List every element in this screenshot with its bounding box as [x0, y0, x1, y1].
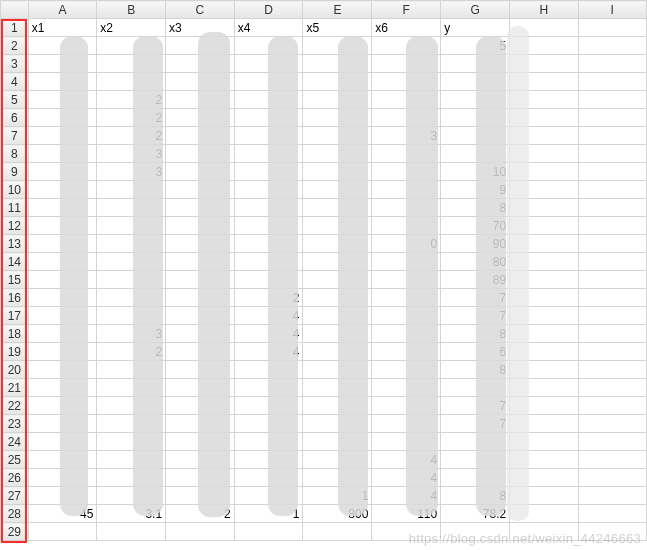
cell-D20[interactable]	[234, 361, 303, 379]
cell-I6[interactable]	[578, 109, 646, 127]
cell-C26[interactable]	[166, 469, 235, 487]
col-header-H[interactable]: H	[510, 1, 578, 19]
cell-A10[interactable]	[28, 181, 97, 199]
cell-B2[interactable]	[97, 37, 166, 55]
cell-B18[interactable]: 3	[97, 325, 166, 343]
cell-I29[interactable]	[578, 523, 646, 541]
cell-C14[interactable]	[166, 253, 235, 271]
cell-D6[interactable]	[234, 109, 303, 127]
cell-G19[interactable]: 6	[441, 343, 510, 361]
row-header-25[interactable]: 25	[1, 451, 29, 469]
row-header-15[interactable]: 15	[1, 271, 29, 289]
cell-F25[interactable]: 4	[372, 451, 441, 469]
select-all-corner[interactable]	[1, 1, 29, 19]
cell-I5[interactable]	[578, 91, 646, 109]
row-header-17[interactable]: 17	[1, 307, 29, 325]
row-header-16[interactable]: 16	[1, 289, 29, 307]
cell-B14[interactable]	[97, 253, 166, 271]
row-header-21[interactable]: 21	[1, 379, 29, 397]
cell-C3[interactable]	[166, 55, 235, 73]
cell-G9[interactable]: 10	[441, 163, 510, 181]
cell-C12[interactable]	[166, 217, 235, 235]
cell-A11[interactable]	[28, 199, 97, 217]
cell-E14[interactable]	[303, 253, 372, 271]
cell-G23[interactable]: 7	[441, 415, 510, 433]
row-header-3[interactable]: 3	[1, 55, 29, 73]
cell-B5[interactable]: 2	[97, 91, 166, 109]
cell-I25[interactable]	[578, 451, 646, 469]
cell-G6[interactable]	[441, 109, 510, 127]
cell-F23[interactable]	[372, 415, 441, 433]
row-header-18[interactable]: 18	[1, 325, 29, 343]
row-header-4[interactable]: 4	[1, 73, 29, 91]
cell-B10[interactable]	[97, 181, 166, 199]
cell-G20[interactable]: 8	[441, 361, 510, 379]
cell-I20[interactable]	[578, 361, 646, 379]
cell-D13[interactable]	[234, 235, 303, 253]
cell-D8[interactable]	[234, 145, 303, 163]
cell-E6[interactable]	[303, 109, 372, 127]
cell-A1[interactable]: x1	[28, 19, 97, 37]
cell-I17[interactable]	[578, 307, 646, 325]
cell-B19[interactable]: 2	[97, 343, 166, 361]
cell-B3[interactable]	[97, 55, 166, 73]
cell-D29[interactable]	[234, 523, 303, 541]
cell-E23[interactable]	[303, 415, 372, 433]
cell-A9[interactable]	[28, 163, 97, 181]
cell-F1[interactable]: x6	[372, 19, 441, 37]
cell-D21[interactable]	[234, 379, 303, 397]
cell-C5[interactable]	[166, 91, 235, 109]
row-header-26[interactable]: 26	[1, 469, 29, 487]
cell-C28[interactable]: 2	[166, 505, 235, 523]
row-header-2[interactable]: 2	[1, 37, 29, 55]
cell-G24[interactable]	[441, 433, 510, 451]
cell-F28[interactable]: 110	[372, 505, 441, 523]
row-header-23[interactable]: 23	[1, 415, 29, 433]
cell-A16[interactable]	[28, 289, 97, 307]
cell-E18[interactable]	[303, 325, 372, 343]
cell-B28[interactable]: 3.1	[97, 505, 166, 523]
cell-E13[interactable]	[303, 235, 372, 253]
cell-F18[interactable]	[372, 325, 441, 343]
cell-A29[interactable]	[28, 523, 97, 541]
row-header-14[interactable]: 14	[1, 253, 29, 271]
cell-D1[interactable]: x4	[234, 19, 303, 37]
cell-D12[interactable]	[234, 217, 303, 235]
cell-F9[interactable]	[372, 163, 441, 181]
cell-E16[interactable]	[303, 289, 372, 307]
cell-E8[interactable]	[303, 145, 372, 163]
cell-G12[interactable]: 70	[441, 217, 510, 235]
cell-C18[interactable]	[166, 325, 235, 343]
row-header-29[interactable]: 29	[1, 523, 29, 541]
row-header-9[interactable]: 9	[1, 163, 29, 181]
cell-I9[interactable]	[578, 163, 646, 181]
cell-E24[interactable]	[303, 433, 372, 451]
cell-C11[interactable]	[166, 199, 235, 217]
row-header-13[interactable]: 13	[1, 235, 29, 253]
cell-B27[interactable]	[97, 487, 166, 505]
cell-D25[interactable]	[234, 451, 303, 469]
cell-I12[interactable]	[578, 217, 646, 235]
cell-D24[interactable]	[234, 433, 303, 451]
cell-I26[interactable]	[578, 469, 646, 487]
col-header-B[interactable]: B	[97, 1, 166, 19]
cell-A12[interactable]	[28, 217, 97, 235]
cell-I23[interactable]	[578, 415, 646, 433]
cell-I4[interactable]	[578, 73, 646, 91]
cell-C2[interactable]	[166, 37, 235, 55]
cell-D17[interactable]: 4	[234, 307, 303, 325]
cell-G3[interactable]	[441, 55, 510, 73]
cell-I22[interactable]	[578, 397, 646, 415]
cell-C19[interactable]	[166, 343, 235, 361]
cell-F5[interactable]	[372, 91, 441, 109]
cell-A27[interactable]	[28, 487, 97, 505]
cell-B4[interactable]	[97, 73, 166, 91]
cell-F3[interactable]	[372, 55, 441, 73]
cell-I3[interactable]	[578, 55, 646, 73]
cell-F4[interactable]	[372, 73, 441, 91]
cell-G7[interactable]	[441, 127, 510, 145]
cell-D15[interactable]	[234, 271, 303, 289]
cell-C23[interactable]	[166, 415, 235, 433]
cell-B22[interactable]	[97, 397, 166, 415]
cell-A2[interactable]	[28, 37, 97, 55]
